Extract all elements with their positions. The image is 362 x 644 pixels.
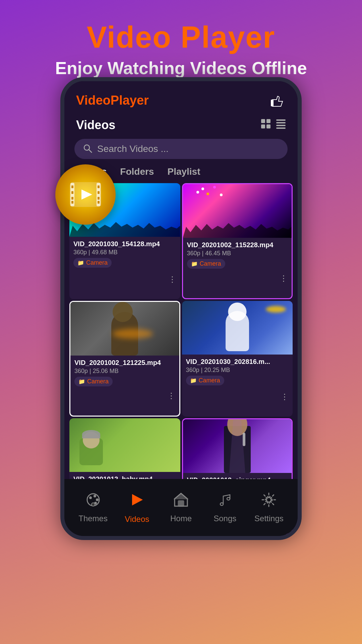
logo-text1: Video: [76, 93, 111, 107]
video-info-4: VID_20201030_202816.m... 360p | 20.25 MB…: [182, 355, 293, 389]
svg-line-22: [89, 150, 92, 153]
settings-label: Settings: [254, 514, 284, 523]
tab-playlist[interactable]: Playlist: [167, 166, 200, 181]
bottom-nav: Themes Videos: [64, 479, 298, 536]
svg-point-26: [96, 498, 99, 501]
view-toggle[interactable]: [261, 119, 286, 131]
app-logo: VideoPlayer: [76, 93, 149, 108]
svg-point-28: [92, 503, 95, 506]
phone-frame: VideoPlayer Videos: [60, 77, 302, 540]
video-info-1: VID_20201030_154128.mp4 360p | 49.68 MB …: [69, 237, 180, 271]
filename-3: VID_20201002_121225.mp4: [74, 359, 175, 367]
video-info-2: VID_20201002_115228.mp4 360p | 46.45 MB …: [183, 238, 292, 272]
svg-point-25: [94, 495, 96, 497]
thumbnail-5: [69, 418, 180, 472]
meta-2: 360p | 46.45 MB: [187, 250, 288, 257]
filename-1: VID_20201030_154128.mp4: [73, 240, 176, 248]
songs-label: Songs: [214, 514, 236, 523]
app-title: Video Player: [0, 20, 362, 55]
videos-header: Videos: [64, 115, 298, 136]
folder-1: 📁 Camera: [73, 258, 112, 268]
nav-videos[interactable]: Videos: [115, 491, 159, 524]
thumbnail-2: [183, 184, 292, 238]
svg-rect-3: [71, 185, 73, 188]
section-title: Videos: [76, 118, 115, 132]
meta-4: 360p | 20.25 MB: [186, 367, 289, 374]
search-bar[interactable]: Search Videos ...: [74, 139, 288, 159]
videos-label: Videos: [125, 515, 149, 524]
settings-icon: [261, 492, 277, 511]
app-header: VideoPlayer: [64, 81, 298, 115]
app-screen: VideoPlayer Videos: [64, 81, 298, 536]
nav-songs[interactable]: Songs: [203, 492, 247, 523]
palette-icon: [85, 492, 101, 511]
thumbnail-6: [183, 419, 292, 473]
search-icon: [83, 144, 92, 154]
logo-text2: Player: [111, 93, 149, 107]
video-card-3[interactable]: VID_20201002_121225.mp4 360p | 25.06 MB …: [69, 301, 180, 417]
more-button-1[interactable]: ⋮: [168, 275, 177, 284]
tab-folders[interactable]: Folders: [120, 166, 154, 181]
folder-3: 📁 Camera: [74, 377, 113, 386]
home-icon: [173, 492, 189, 511]
folder-2: 📁 Camera: [187, 259, 225, 269]
svg-rect-17: [276, 119, 286, 121]
grid-view-icon[interactable]: [261, 119, 271, 131]
svg-marker-32: [175, 493, 187, 499]
folder-4: 📁 Camera: [186, 376, 224, 385]
thumbnail-3: [70, 302, 179, 356]
svg-rect-6: [71, 201, 73, 204]
svg-rect-19: [276, 125, 286, 126]
floating-video-icon: [55, 164, 116, 225]
svg-rect-7: [98, 185, 100, 188]
more-button-3[interactable]: ⋮: [167, 391, 176, 400]
music-icon: [217, 492, 233, 511]
svg-marker-29: [132, 494, 143, 505]
more-button-2[interactable]: ⋮: [280, 274, 288, 283]
svg-rect-13: [261, 119, 265, 123]
svg-rect-14: [266, 119, 270, 123]
nav-themes[interactable]: Themes: [71, 492, 115, 523]
svg-rect-16: [266, 124, 270, 128]
meta-3: 360p | 25.06 MB: [74, 368, 175, 375]
svg-rect-12: [271, 100, 274, 106]
video-info-3: VID_20201002_121225.mp4 360p | 25.06 MB …: [70, 356, 179, 390]
home-label: Home: [170, 514, 192, 523]
svg-rect-18: [276, 122, 286, 123]
svg-point-33: [266, 497, 271, 502]
video-card-4[interactable]: VID_20201030_202816.m... 360p | 20.25 MB…: [182, 301, 293, 417]
nav-home[interactable]: Home: [159, 492, 203, 523]
app-subtitle: Enjoy Watching Videos Offline: [0, 58, 362, 78]
svg-rect-15: [261, 124, 265, 128]
phone-mockup: VideoPlayer Videos: [60, 77, 302, 540]
like-button[interactable]: [267, 91, 286, 110]
title-part1: Video: [87, 20, 172, 54]
thumbnail-4: [182, 301, 293, 355]
title-part2: Player: [181, 20, 275, 54]
themes-label: Themes: [78, 514, 108, 523]
video-nav-icon: [129, 491, 145, 512]
svg-rect-5: [71, 197, 73, 200]
video-card-2[interactable]: VID_20201002_115228.mp4 360p | 46.45 MB …: [182, 183, 293, 299]
svg-rect-9: [98, 197, 100, 200]
svg-point-21: [84, 145, 89, 150]
meta-1: 360p | 49.68 MB: [73, 249, 176, 256]
svg-rect-20: [276, 127, 286, 129]
more-button-4[interactable]: ⋮: [281, 392, 289, 401]
svg-rect-4: [71, 191, 73, 194]
svg-point-24: [89, 496, 92, 499]
svg-rect-31: [178, 501, 184, 506]
nav-settings[interactable]: Settings: [247, 492, 291, 523]
svg-rect-10: [98, 201, 100, 204]
filename-2: VID_20201002_115228.mp4: [187, 241, 288, 249]
search-placeholder: Search Videos ...: [97, 144, 169, 154]
svg-rect-8: [98, 191, 100, 194]
list-view-icon[interactable]: [276, 119, 286, 131]
filename-4: VID_20201030_202816.m...: [186, 358, 289, 366]
